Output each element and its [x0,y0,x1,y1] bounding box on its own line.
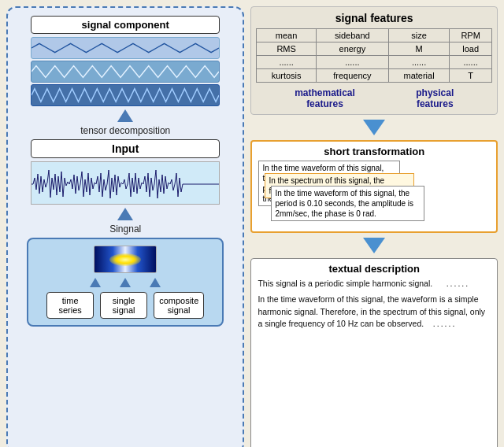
wave-box-3 [31,84,220,106]
short-transform-title: short transformation [258,146,490,157]
mathematical-features-label: mathematicalfeatures [295,87,355,109]
table-row: mean sideband size RPM [257,29,492,42]
short-transform-section: short transformation In the time wavefor… [250,140,498,233]
big-arrow-down-2 [363,238,385,253]
signal-label: Singnal [109,224,141,235]
arrow-up-small-3 [150,278,161,287]
bottom-section: timeseries singlesignal compositesignal [27,238,224,327]
arrow-down-features [250,120,498,135]
arrow-down-transform [250,238,498,253]
input-box: Input [31,139,220,158]
text-line-3: In the time waveform of this signal, the… [271,186,424,221]
table-cell: ...... [388,56,449,69]
table-cell: load [450,42,492,56]
textual-desc-section: textual description This signal is a per… [250,258,498,447]
arrow-up-small-1 [90,278,101,287]
wave-box-1 [31,37,220,59]
table-cell: sideband [316,29,388,42]
arrow-up-tensor [117,109,133,122]
signal-component-box: signal component [31,16,220,34]
input-types-row: timeseries singlesignal compositesignal [46,292,204,319]
physical-features-label: physicalfeatures [416,87,454,109]
table-cell: M [388,42,449,56]
table-cell: mean [257,29,316,42]
table-cell: frequency [316,69,388,83]
signal-features-section: signal features mean sideband size RPM R… [250,6,498,115]
right-panel: signal features mean sideband size RPM R… [250,6,498,447]
table-cell: ...... [257,56,316,69]
wave-box-2 [31,61,220,83]
signal-image-box [94,246,157,273]
table-cell: ...... [316,56,388,69]
wave-stack [31,37,220,106]
signal-component-label: signal component [82,19,169,31]
table-cell: energy [316,42,388,56]
input-type-time-series: timeseries [46,292,94,319]
left-panel: signal component tensor decomposition In… [6,6,244,447]
input-label: Input [112,142,139,155]
table-row: ...... ...... ...... ...... [257,56,492,69]
desc-text-2: In the time waveform of this signal, the… [258,294,491,331]
arrows-row [90,278,161,287]
features-table: mean sideband size RPM RMS energy M load… [256,28,492,83]
table-row: kurtosis frequency material T [257,69,492,83]
text-lines-container: In the time waveform of this signal, the… [258,161,490,227]
tensor-decomposition-label: tensor decomposition [80,125,170,136]
table-cell: RMS [257,42,316,56]
table-row: RMS energy M load [257,42,492,56]
input-type-single-signal: singlesignal [100,292,147,319]
arrow-up-signal [117,208,133,220]
svg-rect-0 [32,162,220,205]
big-arrow-down-1 [363,120,385,135]
table-cell: material [388,69,449,83]
table-cell: size [388,29,449,42]
input-wave-box [31,161,220,205]
arrow-up-small-2 [120,278,131,287]
input-type-composite-signal: compositesignal [154,292,204,319]
table-cell: T [450,69,492,83]
desc-text-1: This signal is a periodic simple harmoni… [258,278,491,290]
signal-features-title: signal features [256,12,492,24]
textual-desc-title: textual description [258,263,491,275]
table-cell: RPM [450,29,492,42]
signal-glow [109,253,141,266]
features-labels: mathematicalfeatures physicalfeatures [256,87,492,109]
table-cell: ...... [450,56,492,69]
table-cell: kurtosis [257,69,316,83]
